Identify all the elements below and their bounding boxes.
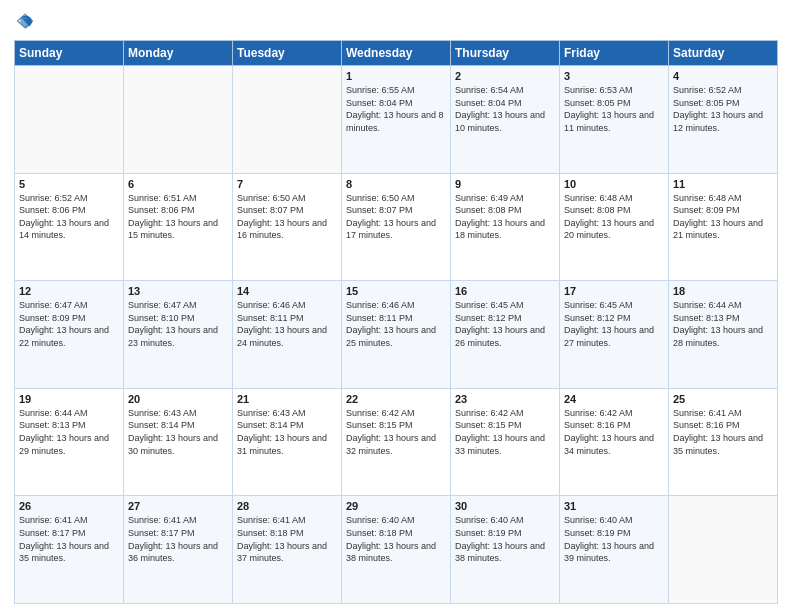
day-number: 4: [673, 70, 773, 82]
calendar-cell: 25 Sunrise: 6:41 AM Sunset: 8:16 PM Dayl…: [669, 388, 778, 496]
calendar-cell: 30 Sunrise: 6:40 AM Sunset: 8:19 PM Dayl…: [451, 496, 560, 604]
day-number: 28: [237, 500, 337, 512]
day-info: Sunrise: 6:46 AM Sunset: 8:11 PM Dayligh…: [346, 299, 446, 349]
day-number: 30: [455, 500, 555, 512]
page-header: [14, 10, 778, 34]
calendar-cell: [233, 66, 342, 174]
day-info: Sunrise: 6:42 AM Sunset: 8:15 PM Dayligh…: [455, 407, 555, 457]
day-info: Sunrise: 6:55 AM Sunset: 8:04 PM Dayligh…: [346, 84, 446, 134]
calendar-cell: 4 Sunrise: 6:52 AM Sunset: 8:05 PM Dayli…: [669, 66, 778, 174]
day-info: Sunrise: 6:50 AM Sunset: 8:07 PM Dayligh…: [346, 192, 446, 242]
day-info: Sunrise: 6:44 AM Sunset: 8:13 PM Dayligh…: [673, 299, 773, 349]
day-number: 10: [564, 178, 664, 190]
day-info: Sunrise: 6:41 AM Sunset: 8:16 PM Dayligh…: [673, 407, 773, 457]
day-info: Sunrise: 6:52 AM Sunset: 8:05 PM Dayligh…: [673, 84, 773, 134]
day-info: Sunrise: 6:47 AM Sunset: 8:09 PM Dayligh…: [19, 299, 119, 349]
day-number: 5: [19, 178, 119, 190]
day-info: Sunrise: 6:44 AM Sunset: 8:13 PM Dayligh…: [19, 407, 119, 457]
calendar-cell: 13 Sunrise: 6:47 AM Sunset: 8:10 PM Dayl…: [124, 281, 233, 389]
day-number: 24: [564, 393, 664, 405]
day-info: Sunrise: 6:43 AM Sunset: 8:14 PM Dayligh…: [237, 407, 337, 457]
day-info: Sunrise: 6:46 AM Sunset: 8:11 PM Dayligh…: [237, 299, 337, 349]
day-number: 18: [673, 285, 773, 297]
calendar-cell: 27 Sunrise: 6:41 AM Sunset: 8:17 PM Dayl…: [124, 496, 233, 604]
day-header-tuesday: Tuesday: [233, 41, 342, 66]
day-info: Sunrise: 6:48 AM Sunset: 8:09 PM Dayligh…: [673, 192, 773, 242]
calendar-week-row: 26 Sunrise: 6:41 AM Sunset: 8:17 PM Dayl…: [15, 496, 778, 604]
calendar-cell: 3 Sunrise: 6:53 AM Sunset: 8:05 PM Dayli…: [560, 66, 669, 174]
day-header-wednesday: Wednesday: [342, 41, 451, 66]
day-header-saturday: Saturday: [669, 41, 778, 66]
calendar-header-row: SundayMondayTuesdayWednesdayThursdayFrid…: [15, 41, 778, 66]
calendar-cell: 20 Sunrise: 6:43 AM Sunset: 8:14 PM Dayl…: [124, 388, 233, 496]
day-number: 19: [19, 393, 119, 405]
calendar-cell: 24 Sunrise: 6:42 AM Sunset: 8:16 PM Dayl…: [560, 388, 669, 496]
day-header-monday: Monday: [124, 41, 233, 66]
day-number: 7: [237, 178, 337, 190]
calendar-cell: 15 Sunrise: 6:46 AM Sunset: 8:11 PM Dayl…: [342, 281, 451, 389]
day-info: Sunrise: 6:43 AM Sunset: 8:14 PM Dayligh…: [128, 407, 228, 457]
day-info: Sunrise: 6:48 AM Sunset: 8:08 PM Dayligh…: [564, 192, 664, 242]
day-number: 22: [346, 393, 446, 405]
day-info: Sunrise: 6:41 AM Sunset: 8:17 PM Dayligh…: [128, 514, 228, 564]
calendar-cell: 19 Sunrise: 6:44 AM Sunset: 8:13 PM Dayl…: [15, 388, 124, 496]
day-number: 6: [128, 178, 228, 190]
calendar-week-row: 19 Sunrise: 6:44 AM Sunset: 8:13 PM Dayl…: [15, 388, 778, 496]
calendar-week-row: 1 Sunrise: 6:55 AM Sunset: 8:04 PM Dayli…: [15, 66, 778, 174]
day-number: 17: [564, 285, 664, 297]
calendar-cell: 8 Sunrise: 6:50 AM Sunset: 8:07 PM Dayli…: [342, 173, 451, 281]
day-info: Sunrise: 6:41 AM Sunset: 8:18 PM Dayligh…: [237, 514, 337, 564]
calendar-cell: 5 Sunrise: 6:52 AM Sunset: 8:06 PM Dayli…: [15, 173, 124, 281]
calendar-cell: 6 Sunrise: 6:51 AM Sunset: 8:06 PM Dayli…: [124, 173, 233, 281]
day-number: 25: [673, 393, 773, 405]
calendar-table: SundayMondayTuesdayWednesdayThursdayFrid…: [14, 40, 778, 604]
day-info: Sunrise: 6:42 AM Sunset: 8:16 PM Dayligh…: [564, 407, 664, 457]
calendar-cell: 28 Sunrise: 6:41 AM Sunset: 8:18 PM Dayl…: [233, 496, 342, 604]
day-info: Sunrise: 6:40 AM Sunset: 8:18 PM Dayligh…: [346, 514, 446, 564]
day-info: Sunrise: 6:54 AM Sunset: 8:04 PM Dayligh…: [455, 84, 555, 134]
day-number: 12: [19, 285, 119, 297]
day-number: 2: [455, 70, 555, 82]
day-number: 15: [346, 285, 446, 297]
calendar-cell: [15, 66, 124, 174]
day-number: 9: [455, 178, 555, 190]
calendar-cell: 29 Sunrise: 6:40 AM Sunset: 8:18 PM Dayl…: [342, 496, 451, 604]
day-number: 1: [346, 70, 446, 82]
day-info: Sunrise: 6:40 AM Sunset: 8:19 PM Dayligh…: [455, 514, 555, 564]
day-number: 31: [564, 500, 664, 512]
calendar-cell: 11 Sunrise: 6:48 AM Sunset: 8:09 PM Dayl…: [669, 173, 778, 281]
day-number: 16: [455, 285, 555, 297]
logo: [14, 10, 38, 34]
calendar-cell: 16 Sunrise: 6:45 AM Sunset: 8:12 PM Dayl…: [451, 281, 560, 389]
day-number: 14: [237, 285, 337, 297]
day-number: 26: [19, 500, 119, 512]
day-number: 21: [237, 393, 337, 405]
calendar-cell: 10 Sunrise: 6:48 AM Sunset: 8:08 PM Dayl…: [560, 173, 669, 281]
calendar-cell: 18 Sunrise: 6:44 AM Sunset: 8:13 PM Dayl…: [669, 281, 778, 389]
day-header-friday: Friday: [560, 41, 669, 66]
day-number: 3: [564, 70, 664, 82]
calendar-cell: 7 Sunrise: 6:50 AM Sunset: 8:07 PM Dayli…: [233, 173, 342, 281]
day-info: Sunrise: 6:53 AM Sunset: 8:05 PM Dayligh…: [564, 84, 664, 134]
calendar-cell: 1 Sunrise: 6:55 AM Sunset: 8:04 PM Dayli…: [342, 66, 451, 174]
day-header-sunday: Sunday: [15, 41, 124, 66]
day-info: Sunrise: 6:47 AM Sunset: 8:10 PM Dayligh…: [128, 299, 228, 349]
day-info: Sunrise: 6:49 AM Sunset: 8:08 PM Dayligh…: [455, 192, 555, 242]
day-info: Sunrise: 6:50 AM Sunset: 8:07 PM Dayligh…: [237, 192, 337, 242]
calendar-cell: 31 Sunrise: 6:40 AM Sunset: 8:19 PM Dayl…: [560, 496, 669, 604]
day-info: Sunrise: 6:45 AM Sunset: 8:12 PM Dayligh…: [564, 299, 664, 349]
calendar-cell: 12 Sunrise: 6:47 AM Sunset: 8:09 PM Dayl…: [15, 281, 124, 389]
calendar-week-row: 5 Sunrise: 6:52 AM Sunset: 8:06 PM Dayli…: [15, 173, 778, 281]
calendar-cell: 22 Sunrise: 6:42 AM Sunset: 8:15 PM Dayl…: [342, 388, 451, 496]
day-info: Sunrise: 6:42 AM Sunset: 8:15 PM Dayligh…: [346, 407, 446, 457]
day-info: Sunrise: 6:41 AM Sunset: 8:17 PM Dayligh…: [19, 514, 119, 564]
day-number: 13: [128, 285, 228, 297]
calendar-cell: 23 Sunrise: 6:42 AM Sunset: 8:15 PM Dayl…: [451, 388, 560, 496]
day-number: 8: [346, 178, 446, 190]
day-header-thursday: Thursday: [451, 41, 560, 66]
calendar-cell: 9 Sunrise: 6:49 AM Sunset: 8:08 PM Dayli…: [451, 173, 560, 281]
day-info: Sunrise: 6:52 AM Sunset: 8:06 PM Dayligh…: [19, 192, 119, 242]
calendar-cell: [669, 496, 778, 604]
day-info: Sunrise: 6:40 AM Sunset: 8:19 PM Dayligh…: [564, 514, 664, 564]
day-number: 27: [128, 500, 228, 512]
